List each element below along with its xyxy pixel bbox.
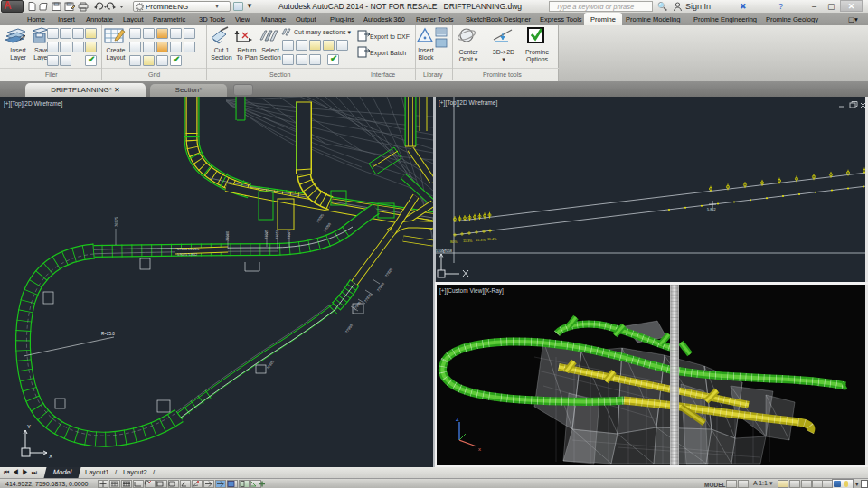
svg-text:[+][Top][2D Wireframe]: [+][Top][2D Wireframe] <box>439 99 497 107</box>
svg-text:77050: 77050 <box>275 229 279 239</box>
svg-text:77025: 77025 <box>264 229 269 239</box>
svg-text:Y: Y <box>27 424 31 429</box>
svg-text:X: X <box>49 454 52 459</box>
svg-text:57025 5.842: 57025 5.842 <box>177 252 198 257</box>
svg-text:77000: 77000 <box>225 230 230 241</box>
svg-text:57000 LEVEL: 57000 LEVEL <box>177 247 200 251</box>
svg-text:R=25.0: R=25.0 <box>101 332 115 336</box>
svg-text:80%: 80% <box>450 240 458 244</box>
svg-text:11.4%: 11.4% <box>487 238 497 241</box>
svg-text:Z: Z <box>456 417 459 422</box>
svg-text:[+][Top][2D Wireframe]: [+][Top][2D Wireframe] <box>4 100 62 108</box>
svg-text:[+][Custom View][X-Ray]: [+][Custom View][X-Ray] <box>439 287 504 295</box>
svg-text:5.842: 5.842 <box>707 208 716 211</box>
svg-text:Y: Y <box>442 249 446 254</box>
svg-text:76975: 76975 <box>114 216 118 227</box>
svg-text:77075: 77075 <box>287 229 291 239</box>
svg-text:x: x <box>478 446 481 452</box>
svg-text:15.3%: 15.3% <box>476 239 486 242</box>
svg-text:11.3%: 11.3% <box>463 239 473 243</box>
